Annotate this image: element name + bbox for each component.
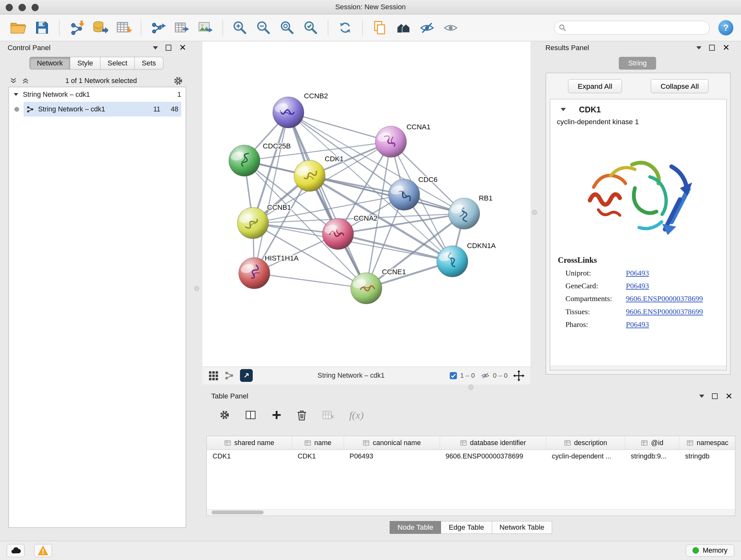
crosslink-link[interactable]: 9606.ENSP00000378699: [626, 294, 703, 303]
tab-node-table[interactable]: Node Table: [390, 521, 441, 534]
warning-button[interactable]: [34, 544, 52, 557]
splitter-handle[interactable]: [532, 210, 537, 215]
close-panel-icon[interactable]: ✕: [179, 44, 186, 52]
add-column-icon[interactable]: [271, 409, 282, 421]
network-node-CDK1[interactable]: [294, 160, 325, 192]
tab-sets[interactable]: Sets: [135, 57, 163, 70]
network-graph[interactable]: CCNB2CCNA1CDC25BCDK1CDC6RB1CCNB1CCNA2CDK…: [202, 42, 530, 366]
import-network-file-button[interactable]: [66, 17, 87, 39]
memory-button[interactable]: Memory: [686, 544, 735, 557]
save-session-button[interactable]: [31, 17, 53, 39]
checkbox-icon[interactable]: [449, 372, 457, 380]
column-header[interactable]: database identifier: [440, 436, 546, 449]
cell-shared-name[interactable]: CDK1: [207, 449, 292, 463]
help-button[interactable]: ?: [718, 20, 733, 35]
column-header[interactable]: canonical name: [344, 436, 440, 449]
table-settings-gear-icon[interactable]: [219, 409, 230, 421]
zoom-selected-button[interactable]: [300, 17, 322, 39]
tab-select[interactable]: Select: [100, 57, 135, 70]
collapse-panel-icon[interactable]: [153, 46, 158, 50]
network-edge[interactable]: [254, 112, 288, 273]
collapse-all-button[interactable]: Collapse All: [651, 79, 709, 93]
scrollbar-thumb[interactable]: [212, 510, 264, 514]
network-node-CCNB1[interactable]: [237, 207, 268, 239]
network-edge[interactable]: [254, 273, 366, 288]
network-edge[interactable]: [288, 112, 366, 288]
splitter-handle[interactable]: [468, 385, 473, 389]
network-node-CCNA2[interactable]: [322, 219, 354, 250]
delete-column-icon[interactable]: [296, 409, 308, 422]
cell-canonical-name[interactable]: P06493: [344, 449, 440, 463]
float-panel-icon[interactable]: [712, 393, 718, 399]
network-row[interactable]: String Network – cdk1 11 48: [9, 102, 186, 117]
expand-all-icon[interactable]: [22, 77, 29, 84]
collapse-all-icon[interactable]: [10, 77, 17, 84]
tab-style[interactable]: Style: [70, 57, 100, 70]
documents-button[interactable]: [369, 17, 391, 39]
grid-view-icon[interactable]: [208, 370, 219, 381]
column-header[interactable]: description: [546, 436, 625, 449]
float-panel-icon[interactable]: [709, 45, 715, 51]
tab-network-table[interactable]: Network Table: [492, 521, 552, 534]
close-panel-icon[interactable]: ✕: [725, 392, 732, 401]
tab-string[interactable]: String: [619, 57, 656, 70]
tab-network[interactable]: Network: [29, 57, 70, 70]
show-columns-icon[interactable]: [245, 409, 257, 421]
hide-unselected-button[interactable]: [416, 17, 438, 39]
home-button[interactable]: [393, 17, 414, 39]
network-collection-row[interactable]: String Network – cdk1 1: [9, 87, 186, 102]
network-node-CCNB2[interactable]: [273, 97, 304, 128]
table-row[interactable]: CDK1 CDK1 P06493 9606.ENSP00000378699 cy…: [207, 449, 735, 463]
splitter-handle[interactable]: [194, 286, 199, 291]
network-node-CDC6[interactable]: [388, 179, 420, 210]
crosslink-link[interactable]: P06493: [626, 282, 649, 290]
network-node-CDC25B[interactable]: [229, 145, 260, 177]
network-node-CCNE1[interactable]: [351, 273, 382, 304]
zoom-fit-button[interactable]: [276, 17, 298, 39]
show-all-button[interactable]: [440, 17, 461, 39]
close-panel-icon[interactable]: ✕: [723, 44, 730, 52]
export-table-button[interactable]: [171, 17, 193, 39]
crosslink-link[interactable]: P06493: [626, 269, 649, 277]
cell-name[interactable]: CDK1: [292, 449, 344, 463]
column-header[interactable]: @id: [625, 436, 679, 449]
import-network-database-button[interactable]: [89, 17, 111, 39]
network-node-RB1[interactable]: [448, 198, 480, 229]
tab-edge-table[interactable]: Edge Table: [441, 521, 492, 534]
crosslink-link[interactable]: 9606.ENSP00000378699: [626, 307, 703, 316]
import-table-button[interactable]: [113, 17, 135, 39]
collapse-panel-icon[interactable]: [696, 46, 701, 50]
refresh-button[interactable]: [334, 17, 356, 39]
zoom-out-button[interactable]: [253, 17, 274, 39]
column-header[interactable]: name: [292, 436, 344, 449]
expand-all-button[interactable]: Expand All: [568, 79, 622, 93]
cloud-button[interactable]: [7, 544, 24, 557]
cell-namespace[interactable]: stringdb: [679, 449, 735, 463]
fit-content-icon[interactable]: [513, 370, 525, 381]
cell-database-identifier[interactable]: 9606.ENSP00000378699: [440, 449, 546, 463]
cell-description[interactable]: cyclin-dependent ...: [546, 449, 625, 463]
network-node-HIST1H1A[interactable]: [239, 258, 270, 289]
float-panel-icon[interactable]: [165, 45, 172, 51]
crosslink-link[interactable]: P06493: [626, 320, 649, 329]
collapse-panel-icon[interactable]: [699, 395, 704, 398]
zoom-in-button[interactable]: [229, 17, 251, 39]
hidden-eye-icon[interactable]: [481, 372, 490, 380]
network-view-canvas[interactable]: CCNB2CCNA1CDC25BCDK1CDC6RB1CCNB1CCNA2CDK…: [202, 42, 530, 366]
open-session-button[interactable]: [8, 17, 29, 39]
network-node-CDKN1A[interactable]: [436, 246, 468, 277]
detach-view-button[interactable]: [240, 369, 253, 382]
gear-icon[interactable]: [173, 76, 184, 86]
horizontal-scrollbar[interactable]: [207, 509, 735, 516]
export-image-button[interactable]: [195, 17, 216, 39]
card-scrollbar[interactable]: [550, 366, 726, 370]
network-edge[interactable]: [288, 112, 391, 142]
search-input[interactable]: [570, 23, 705, 32]
column-header[interactable]: namespac: [679, 436, 735, 449]
cell-id[interactable]: stringdb:9...: [625, 449, 679, 463]
export-network-button[interactable]: [147, 17, 169, 39]
card-disclosure-icon[interactable]: [561, 108, 566, 111]
birdseye-view-icon[interactable]: [224, 370, 234, 381]
column-header[interactable]: shared name: [207, 436, 292, 449]
network-node-CCNA1[interactable]: [375, 126, 407, 158]
